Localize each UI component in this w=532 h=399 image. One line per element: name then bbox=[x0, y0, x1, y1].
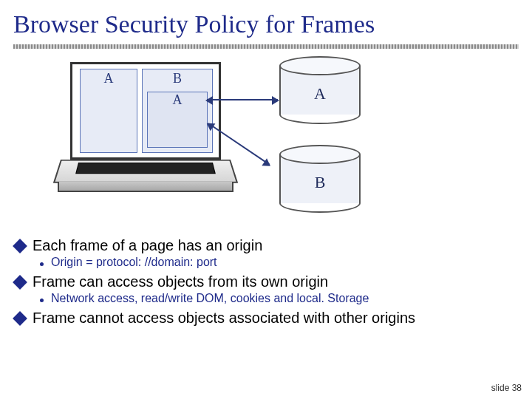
laptop-keyboard bbox=[61, 160, 231, 197]
dot-bullet-icon bbox=[40, 299, 44, 302]
frame-b-label: B bbox=[173, 71, 182, 86]
dot-bullet-icon bbox=[40, 262, 44, 266]
bullet-2: Frame can access objects from its own or… bbox=[13, 273, 519, 290]
database-b-icon: B bbox=[279, 145, 361, 213]
slide-title: Browser Security Policy for Frames bbox=[0, 0, 532, 43]
database-a-label: A bbox=[279, 84, 361, 103]
bullet-2-text: Frame can access objects from its own or… bbox=[33, 273, 328, 290]
diamond-bullet-icon bbox=[13, 239, 27, 253]
bullet-2a-text: Network access, read/write DOM, cookies … bbox=[51, 292, 369, 305]
laptop-icon: A B A bbox=[61, 62, 231, 197]
laptop-screen: A B A bbox=[70, 62, 221, 160]
bullet-1-text: Each frame of a page has an origin bbox=[33, 237, 262, 254]
bullet-2a: Network access, read/write DOM, cookies … bbox=[35, 292, 519, 305]
bullet-1a: Origin = protocol: //domain: port bbox=[35, 256, 519, 269]
database-b-label: B bbox=[279, 173, 361, 192]
bullet-3: Frame cannot access objects associated w… bbox=[13, 310, 519, 327]
arrow-frame-a-to-db-a bbox=[207, 99, 278, 100]
database-a-icon: A bbox=[279, 56, 361, 124]
slide-number: slide 38 bbox=[491, 383, 522, 393]
bullet-3-text: Frame cannot access objects associated w… bbox=[33, 310, 415, 327]
frame-b: B A bbox=[142, 69, 213, 153]
diagram-area: A B A A B bbox=[13, 49, 532, 230]
diamond-bullet-icon bbox=[13, 311, 27, 326]
frame-b-inner: A bbox=[147, 92, 208, 148]
bullet-1: Each frame of a page has an origin bbox=[13, 237, 519, 254]
frame-a: A bbox=[80, 69, 137, 153]
bullet-1a-text: Origin = protocol: //domain: port bbox=[51, 256, 217, 269]
bullet-list: Each frame of a page has an origin Origi… bbox=[0, 230, 532, 327]
diamond-bullet-icon bbox=[13, 275, 27, 290]
